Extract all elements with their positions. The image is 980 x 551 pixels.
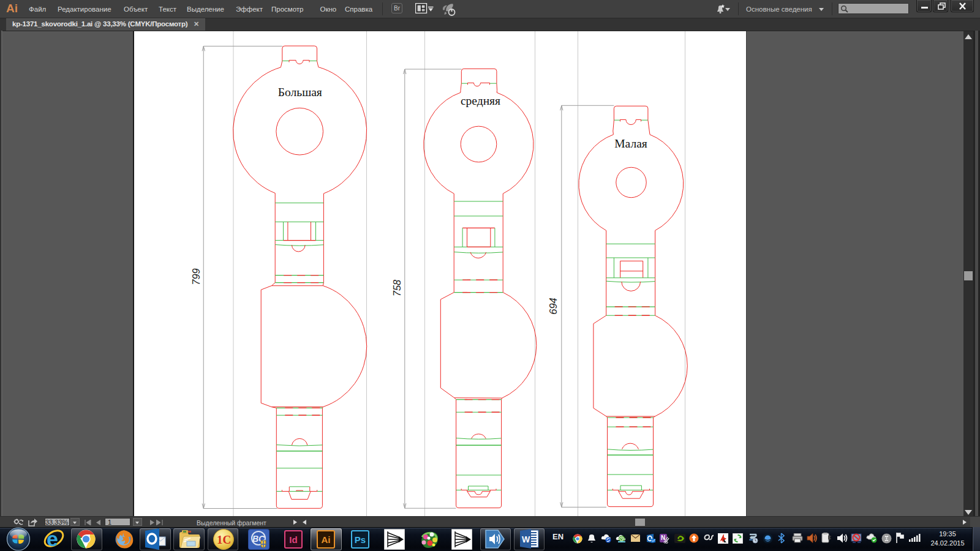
svg-text:средняя: средняя <box>460 94 500 107</box>
svg-text:799: 799 <box>190 268 202 285</box>
svg-text:W: W <box>522 534 530 544</box>
svg-text:694: 694 <box>548 298 559 315</box>
svg-text:N: N <box>661 534 665 541</box>
svg-text:e: e <box>47 528 58 550</box>
svg-text:758: 758 <box>391 279 402 296</box>
svg-text:Большая: Большая <box>277 86 322 99</box>
svg-text:1С: 1С <box>217 533 231 546</box>
svg-text:Малая: Малая <box>614 137 647 150</box>
